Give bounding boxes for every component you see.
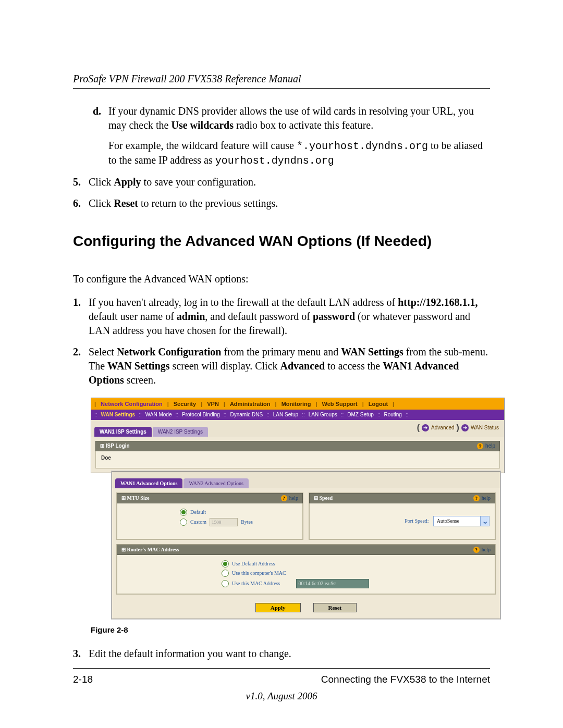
figure-caption: Figure 2-8: [91, 625, 490, 634]
nav2-routing[interactable]: Routing: [382, 412, 403, 417]
nav2-lan-groups[interactable]: LAN Groups: [307, 412, 339, 417]
nav1-vpn[interactable]: VPN: [204, 401, 222, 407]
figure-2-8: |Network Configuration |Security |VPN |A…: [91, 398, 490, 619]
link-wan-status[interactable]: WAN Status: [471, 425, 499, 430]
screenshot-outer: |Network Configuration |Security |VPN |A…: [91, 398, 505, 473]
mac-default-radio[interactable]: Use Default Address: [222, 560, 489, 567]
isp-tab-row: WAN1 ISP Settings WAN2 ISP Settings ( ➔ …: [91, 420, 504, 437]
nav1-administration[interactable]: Administration: [227, 401, 274, 407]
para-d-2: For example, the wildcard feature will c…: [108, 139, 490, 168]
marker-5: 5.: [73, 175, 89, 189]
paren-open-icon: (: [417, 423, 420, 433]
mtu-size-panel: ⊞ MTU Size ?help Default Custom 1500 Byt…: [116, 492, 303, 540]
para-d-1: If your dynamic DNS provider allows the …: [108, 104, 490, 132]
intro-para: To configure the Advanced WAN options:: [73, 272, 490, 286]
list-item-6: 6. Click Reset to return to the previous…: [73, 196, 490, 211]
help-icon: ?: [473, 547, 480, 553]
does-label: Doe: [101, 455, 111, 461]
list-item-5: 5. Click Apply to save your configuratio…: [73, 175, 490, 189]
list-item-3: 3. Edit the default information you want…: [73, 647, 490, 661]
mtu-default-radio[interactable]: Default: [180, 509, 297, 516]
help-link[interactable]: ?help: [473, 495, 491, 501]
mac-address-input[interactable]: 00:14:6c:02:ea:9c: [296, 579, 369, 588]
marker-3: 3.: [73, 647, 89, 661]
reset-button[interactable]: Reset: [313, 603, 357, 612]
apply-button[interactable]: Apply: [255, 603, 301, 612]
radio-unselected-icon: [222, 580, 229, 587]
footer-version: v1.0, August 2006: [73, 690, 490, 702]
footer-chapter: Connecting the FVX538 to the Internet: [321, 674, 490, 685]
nav1-security[interactable]: Security: [170, 401, 199, 407]
paren-close-icon: ): [457, 423, 459, 433]
help-link[interactable]: ?help: [477, 443, 495, 449]
tab-wan2-advanced-options[interactable]: WAN2 Advanced Options: [183, 478, 248, 488]
port-speed-select[interactable]: AutoSense ⌄: [433, 516, 489, 526]
marker-1: 1.: [73, 295, 89, 338]
mac-custom-radio[interactable]: Use this MAC Address 00:14:6c:02:ea:9c: [222, 579, 489, 588]
arrow-right-icon[interactable]: ➔: [422, 424, 429, 431]
page-footer: 2-18 Connecting the FVX538 to the Intern…: [73, 668, 490, 685]
radio-selected-icon: [222, 560, 229, 567]
secondary-nav: ::WAN Settings ::WAN Mode ::Protocol Bin…: [91, 410, 504, 420]
help-icon: ?: [477, 443, 483, 449]
primary-nav: |Network Configuration |Security |VPN |A…: [91, 398, 504, 410]
isp-login-panel-head: ⊞ ISP Login ?help: [95, 441, 500, 451]
radio-unselected-icon: [180, 519, 187, 526]
nav2-wan-settings[interactable]: WAN Settings: [99, 412, 138, 417]
radio-selected-icon: [180, 509, 187, 516]
tab-wan2-isp-settings[interactable]: WAN2 ISP Settings: [153, 427, 208, 437]
nav2-dmz-setup[interactable]: DMZ Setup: [345, 412, 376, 417]
mtu-custom-input[interactable]: 1500: [210, 518, 238, 526]
help-link[interactable]: ?help: [281, 495, 298, 501]
help-icon: ?: [473, 495, 480, 501]
marker-6: 6.: [73, 196, 89, 211]
nav2-protocol-binding[interactable]: Protocol Binding: [180, 412, 222, 417]
list-item-2: 2. Select Network Configuration from the…: [73, 345, 490, 387]
chevron-down-icon: ⌄: [480, 516, 489, 526]
screenshot-inner: WAN1 Advanced Options WAN2 Advanced Opti…: [112, 471, 500, 619]
nav1-web-support[interactable]: Web Support: [319, 401, 361, 407]
radio-unselected-icon: [222, 570, 229, 577]
arrow-right-icon[interactable]: ➔: [461, 424, 469, 431]
tab-wan1-advanced-options[interactable]: WAN1 Advanced Options: [115, 478, 182, 488]
port-speed-label: Port Speed:: [405, 518, 429, 524]
help-icon: ?: [281, 495, 287, 501]
list-item-1: 1. If you haven't already, log in to the…: [73, 295, 490, 338]
nav2-lan-setup[interactable]: LAN Setup: [271, 412, 300, 417]
marker-2: 2.: [73, 345, 89, 387]
nav1-network-configuration[interactable]: Network Configuration: [97, 401, 166, 407]
nav1-logout[interactable]: Logout: [365, 401, 391, 407]
section-heading: Configuring the Advanced WAN Options (If…: [73, 231, 490, 251]
help-link[interactable]: ?help: [473, 547, 491, 553]
mtu-custom-radio[interactable]: Custom 1500 Bytes: [180, 518, 297, 526]
nav2-wan-mode[interactable]: WAN Mode: [143, 412, 174, 417]
nav1-monitoring[interactable]: Monitoring: [278, 401, 314, 407]
mac-address-panel: ⊞ Router's MAC Address ?help Use Default…: [116, 544, 496, 595]
link-advanced[interactable]: Advanced: [431, 425, 454, 430]
marker-d: d.: [93, 104, 108, 168]
speed-panel: ⊞ Speed ?help Port Speed: AutoSense ⌄: [309, 492, 496, 540]
nav2-dynamic-dns[interactable]: Dynamic DNS: [228, 412, 265, 417]
list-item-d: d. If your dynamic DNS provider allows t…: [93, 104, 490, 168]
mac-computer-radio[interactable]: Use this computer's MAC: [222, 570, 489, 577]
page-header-title: ProSafe VPN Firewall 200 FVX538 Referenc…: [73, 73, 490, 89]
tab-wan1-isp-settings[interactable]: WAN1 ISP Settings: [94, 427, 152, 437]
footer-page-number: 2-18: [73, 674, 93, 685]
